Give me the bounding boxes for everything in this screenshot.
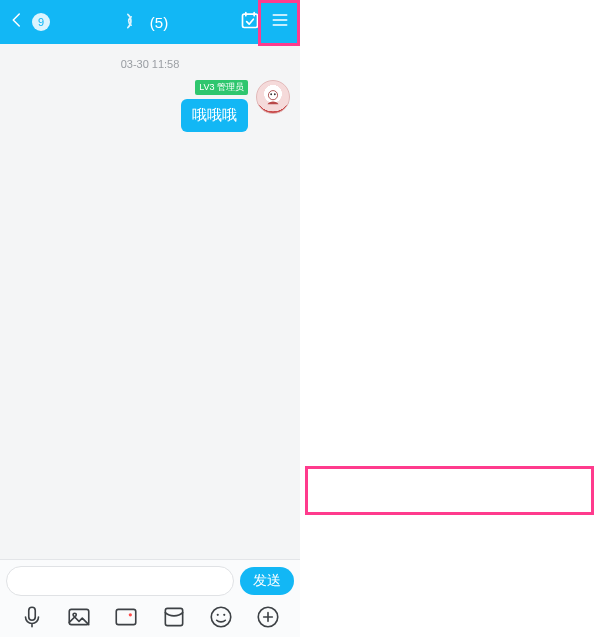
svg-rect-0 <box>243 14 258 27</box>
voice-icon[interactable] <box>19 604 45 630</box>
chevron-left-icon <box>8 11 26 29</box>
camera-icon[interactable] <box>113 604 139 630</box>
svg-rect-7 <box>117 609 137 624</box>
chat-title: (5) <box>150 14 168 31</box>
message-input[interactable] <box>6 566 234 596</box>
svg-point-2 <box>270 93 272 95</box>
chat-body[interactable]: 03-30 11:58 LV3 管理员 哦哦哦 <box>0 44 300 559</box>
back-button[interactable] <box>8 11 26 33</box>
sender-level-tag: LV3 管理员 <box>195 80 248 95</box>
unread-badge: 9 <box>32 13 50 31</box>
svg-point-3 <box>274 93 276 95</box>
redpacket-icon[interactable] <box>161 604 187 630</box>
plus-icon[interactable] <box>255 604 281 630</box>
chat-panel: 9 (5) 03-30 11:58 LV3 管理员 哦哦哦 <box>0 0 300 637</box>
svg-point-1 <box>268 91 277 100</box>
calendar-check-icon[interactable] <box>240 10 260 34</box>
message-bubble[interactable]: 哦哦哦 <box>181 99 248 132</box>
message-row: LV3 管理员 哦哦哦 <box>0 70 300 132</box>
message-timestamp: 03-30 11:58 <box>0 58 300 70</box>
send-button[interactable]: 发送 <box>240 567 294 595</box>
earpiece-icon <box>122 11 142 34</box>
chat-input-bar: 发送 <box>0 559 300 637</box>
svg-point-8 <box>129 613 132 616</box>
svg-point-12 <box>223 614 225 616</box>
emoji-icon[interactable] <box>208 604 234 630</box>
menu-button[interactable] <box>270 10 290 34</box>
image-icon[interactable] <box>66 604 92 630</box>
svg-rect-9 <box>165 608 182 625</box>
chat-header: 9 (5) <box>0 0 300 44</box>
svg-rect-4 <box>28 607 35 620</box>
avatar[interactable] <box>256 80 290 114</box>
svg-point-11 <box>217 614 219 616</box>
highlight-honor <box>305 466 594 515</box>
svg-point-10 <box>211 607 231 627</box>
svg-point-6 <box>73 613 76 616</box>
hamburger-icon <box>270 10 290 30</box>
